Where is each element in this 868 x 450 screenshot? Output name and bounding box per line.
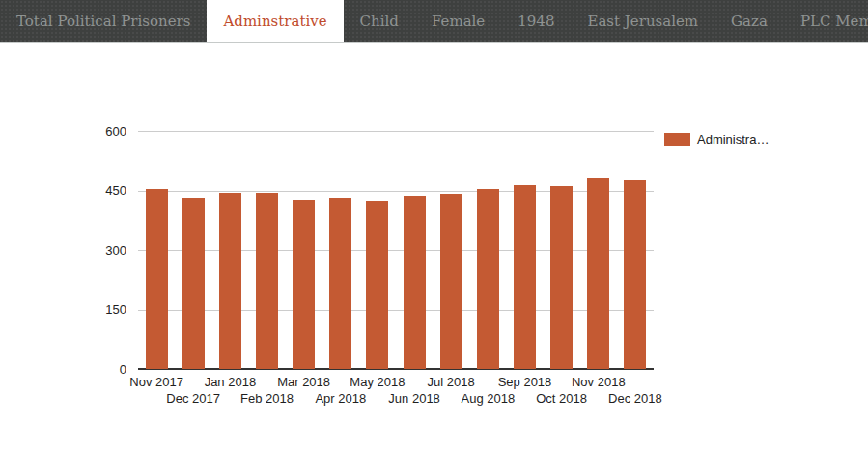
chart-bar[interactable] — [293, 200, 315, 369]
chart-bar[interactable] — [146, 189, 168, 369]
x-axis-tick-label: Mar 2018 — [264, 375, 345, 389]
x-axis-tick-label: Jan 2018 — [189, 375, 270, 389]
chart-bar[interactable] — [550, 186, 573, 369]
x-axis-tick-label: Nov 2018 — [558, 375, 639, 389]
x-axis-tick-label: Oct 2018 — [521, 391, 602, 406]
x-axis-tick-label: Jul 2018 — [410, 375, 491, 389]
chart-bar[interactable] — [219, 193, 241, 370]
tab-adminstrative[interactable]: Adminstrative — [207, 0, 343, 42]
chart-bar[interactable] — [256, 193, 278, 370]
chart-bar[interactable] — [587, 178, 609, 369]
x-axis-tick-label: Sep 2018 — [485, 375, 566, 389]
chart-bar[interactable] — [366, 201, 388, 369]
legend-swatch-icon — [664, 133, 690, 146]
chart-bar[interactable] — [440, 194, 462, 369]
y-gridline — [138, 310, 654, 311]
tab-plc-members[interactable]: PLC Members — [784, 0, 868, 42]
tab-1948[interactable]: 1948 — [501, 0, 571, 42]
tab-child[interactable]: Child — [344, 0, 415, 42]
chart-bar[interactable] — [514, 185, 536, 369]
x-axis-tick-label: Feb 2018 — [227, 391, 308, 406]
y-gridline — [138, 191, 654, 192]
y-gridline — [138, 250, 654, 251]
chart-bar[interactable] — [404, 196, 426, 369]
y-axis-tick-label: 600 — [78, 125, 126, 139]
x-axis-tick-label: Jun 2018 — [374, 391, 455, 406]
tab-total-political-prisoners[interactable]: Total Political Prisoners — [0, 0, 207, 42]
y-axis-tick-label: 450 — [78, 183, 126, 198]
y-axis-tick-label: 300 — [78, 243, 126, 258]
y-axis-tick-label: 150 — [78, 302, 126, 317]
x-axis-tick-label: Nov 2017 — [116, 375, 197, 389]
chart-legend: Administra… — [664, 132, 769, 147]
x-axis-tick-label: Aug 2018 — [447, 391, 528, 406]
x-axis-tick-label: May 2018 — [337, 375, 418, 389]
chart-bar[interactable] — [182, 198, 205, 370]
page: Total Political Prisoners Adminstrative … — [0, 0, 868, 450]
x-axis-line — [138, 368, 654, 370]
tab-bar: Total Political Prisoners Adminstrative … — [0, 0, 868, 43]
x-axis-tick-label: Apr 2018 — [300, 391, 381, 406]
tab-east-jerusalem[interactable]: East Jerusalem — [571, 0, 714, 42]
x-axis-tick-label: Dec 2017 — [153, 391, 234, 406]
chart-bar[interactable] — [624, 180, 646, 369]
chart-bar[interactable] — [477, 189, 499, 369]
x-axis-tick-label: Dec 2018 — [595, 391, 676, 406]
y-gridline — [138, 131, 654, 132]
tab-female[interactable]: Female — [415, 0, 501, 42]
chart-bar[interactable] — [329, 198, 351, 370]
legend-label: Administra… — [697, 132, 769, 147]
tab-gaza[interactable]: Gaza — [714, 0, 784, 42]
